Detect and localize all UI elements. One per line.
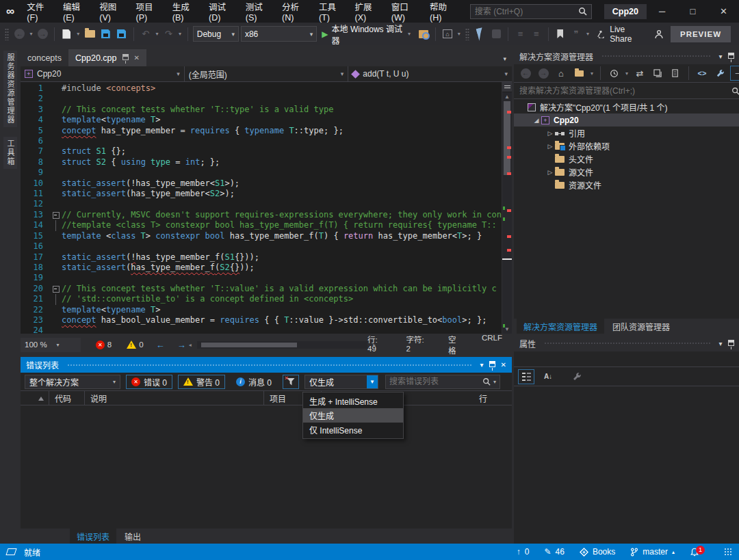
start-debugging-button[interactable]: ▶ 本地 Windows 调试器 ▾: [319, 26, 414, 42]
live-share-button[interactable]: Live Share: [593, 25, 650, 44]
pin-icon[interactable]: [489, 361, 495, 369]
code-line[interactable]: 11static_assert(has_type_member<S2>);: [21, 189, 502, 199]
undo-dropdown-icon[interactable]: ▾: [155, 31, 159, 37]
tree-item-0[interactable]: 解决方案"Cpp20"(1 个项目/共 1 个): [514, 101, 739, 114]
intellitrace-home-icon[interactable]: ⌂: [441, 26, 454, 42]
code-line[interactable]: 17static_assert(!has_type_member_f(S1{})…: [21, 252, 502, 263]
line-number[interactable]: 14: [21, 220, 52, 230]
start-debugging-dropdown-icon[interactable]: ▾: [406, 31, 411, 37]
prev-issue-icon[interactable]: ←: [156, 340, 165, 350]
undo-button[interactable]: ↶: [139, 26, 153, 42]
window-position-dropdown-icon[interactable]: ▾: [719, 340, 723, 347]
scroll-up-icon[interactable]: ▲: [502, 94, 512, 100]
collapse-all-icon[interactable]: [650, 65, 665, 81]
dropdown-option-0[interactable]: 生成 + IntelliSense: [303, 394, 403, 408]
menu-item-7[interactable]: 分析(N): [276, 0, 313, 23]
decrease-indent-icon[interactable]: ≡: [513, 26, 527, 42]
filter-dropdown-icon[interactable]: ▾: [624, 70, 630, 77]
menu-item-5[interactable]: 调试(D): [203, 0, 239, 23]
code-line[interactable]: 12: [21, 199, 502, 209]
filter-button[interactable]: [283, 375, 299, 389]
dropdown-option-1[interactable]: 仅生成: [303, 408, 403, 423]
code-line[interactable]: 3// This concept tests whether 'T::type'…: [21, 105, 502, 115]
close-panel-icon[interactable]: ✕: [501, 361, 506, 369]
tab-toolbox[interactable]: 工具箱: [3, 137, 17, 169]
code-line[interactable]: 20// This concept tests whether 'T::valu…: [21, 284, 502, 294]
toolbar-grip[interactable]: [5, 28, 9, 40]
tab-server-explorer[interactable]: 服务器资源管理器: [3, 51, 17, 127]
build-intellisense-combo[interactable]: 仅生成 ▼: [304, 375, 378, 389]
line-number[interactable]: 6: [21, 136, 52, 146]
menu-item-10[interactable]: 窗口(W): [385, 0, 424, 23]
maximize-button[interactable]: □: [677, 0, 708, 23]
navigate-forward-button[interactable]: →: [36, 26, 49, 42]
fold-marker[interactable]: [52, 284, 62, 294]
line-number[interactable]: 13: [21, 210, 52, 220]
resize-grip[interactable]: [724, 548, 732, 556]
menu-item-1[interactable]: 编辑(E): [57, 0, 93, 23]
pending-changes-filter-icon[interactable]: [606, 65, 621, 81]
pin-icon[interactable]: [728, 53, 734, 60]
home-icon[interactable]: ⌂: [554, 65, 569, 81]
line-number[interactable]: 10: [21, 178, 52, 189]
code-line[interactable]: 21// 'std::convertible_to' is a concept …: [21, 294, 502, 304]
quick-search-box[interactable]: [470, 4, 592, 19]
combo-dropdown-icon[interactable]: ▼: [367, 375, 378, 388]
menu-item-9[interactable]: 扩展(X): [349, 0, 385, 23]
attach-to-process-icon[interactable]: [417, 26, 430, 42]
find-in-file-icon[interactable]: [489, 26, 503, 42]
new-project-button[interactable]: [60, 26, 73, 42]
solution-search-input[interactable]: [519, 86, 729, 96]
branch-indicator[interactable]: master ▴: [630, 547, 675, 557]
toolbar-grip[interactable]: [465, 28, 469, 40]
line-number[interactable]: 21: [21, 294, 52, 304]
code-line[interactable]: 19: [21, 273, 502, 283]
increase-indent-icon[interactable]: ≡: [530, 26, 543, 42]
save-button[interactable]: [99, 26, 112, 42]
pin-tab-icon[interactable]: [122, 54, 129, 62]
tree-collapsed-arrow-icon[interactable]: ▷: [545, 130, 555, 137]
se-bottom-tab-0[interactable]: 解决方案资源管理器: [517, 319, 604, 334]
close-tab-icon[interactable]: ✕: [134, 54, 140, 62]
code-line[interactable]: 18static_assert(has_type_member_f(S2{}))…: [21, 263, 502, 273]
new-project-dropdown-icon[interactable]: ▾: [76, 31, 81, 37]
bottom-tab-0[interactable]: 错误列表: [70, 529, 116, 544]
code-line[interactable]: 24: [21, 325, 502, 334]
line-number[interactable]: 16: [21, 241, 52, 252]
line-number[interactable]: 5: [21, 126, 52, 136]
switch-views-dropdown-icon[interactable]: ▾: [589, 70, 595, 77]
error-list-body[interactable]: [21, 405, 512, 529]
menu-item-0[interactable]: 文件(F): [21, 0, 57, 23]
navigate-cursor-icon[interactable]: [474, 26, 487, 42]
intellitrace-dropdown-icon[interactable]: ▾: [456, 31, 461, 37]
line-number[interactable]: 2: [21, 94, 52, 104]
editor-error-count[interactable]: ✕ 8: [96, 341, 112, 349]
tab-concepts[interactable]: concepts: [21, 49, 68, 66]
forward-button[interactable]: →: [536, 65, 551, 81]
tab-cpp20-cpp[interactable]: Cpp20.cpp ✕: [68, 49, 146, 66]
line-number[interactable]: 18: [21, 263, 52, 273]
back-button[interactable]: ←: [518, 65, 533, 81]
member-combo[interactable]: add(T t, U u): [348, 66, 512, 81]
window-position-dropdown-icon[interactable]: ▾: [719, 53, 723, 60]
menu-item-11[interactable]: 帮助(H): [424, 0, 461, 23]
navigate-back-dropdown-icon[interactable]: ▾: [29, 31, 34, 37]
properties-wrench-icon[interactable]: [712, 65, 727, 81]
menu-item-4[interactable]: 生成(B): [166, 0, 203, 23]
bookmark-icon[interactable]: [554, 26, 567, 42]
notifications-bell[interactable]: 1: [690, 547, 699, 557]
properties-title-bar[interactable]: 属性 ▾ ✕: [514, 336, 739, 351]
scroll-left-icon[interactable]: ◂: [189, 342, 192, 348]
dropdown-option-2[interactable]: 仅 IntelliSense: [303, 423, 403, 437]
menu-item-3[interactable]: 项目(P): [129, 0, 166, 23]
editor-horizontal-scrollbar[interactable]: ◂ ▸: [197, 341, 367, 349]
code-line[interactable]: 9: [21, 168, 502, 178]
properties-object-combo[interactable]: ▾: [514, 351, 739, 367]
line-number[interactable]: 22: [21, 305, 52, 315]
spaces-indicator[interactable]: 空格: [448, 334, 464, 356]
redo-dropdown-icon[interactable]: ▾: [177, 31, 182, 37]
close-button[interactable]: ✕: [708, 0, 739, 23]
errors-toggle-button[interactable]: ✕ 错误 0: [126, 375, 172, 389]
navigate-back-button[interactable]: ←: [13, 26, 27, 42]
solution-explorer-title-bar[interactable]: 解决方案资源管理器 ▾ ✕: [514, 49, 739, 64]
